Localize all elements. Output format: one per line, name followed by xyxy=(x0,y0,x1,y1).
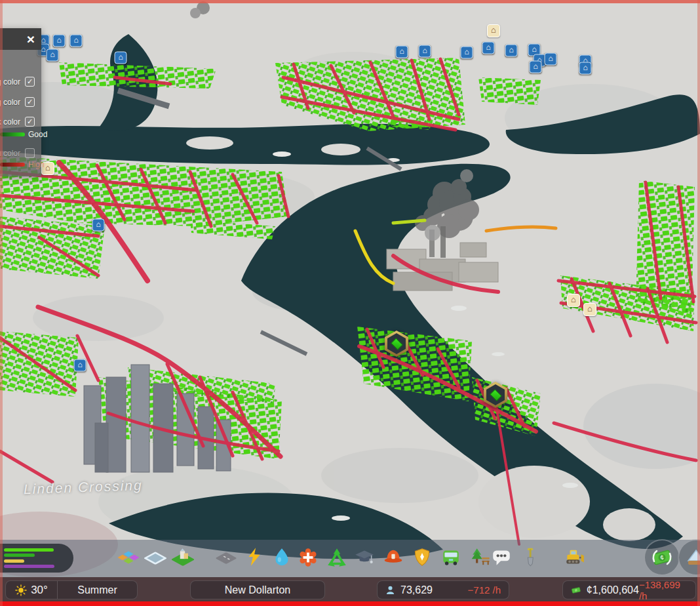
toolbar-item-landscaping[interactable] xyxy=(518,546,541,569)
signature-hex-inner xyxy=(387,333,406,354)
warehouse-notification-icon[interactable]: ⌂ xyxy=(567,294,580,307)
legend-option-row: g color ✓ xyxy=(0,77,35,87)
toolbar-item-fire-rescue[interactable] xyxy=(381,546,405,569)
legend-panel-header: × xyxy=(0,28,41,50)
house-notification-icon[interactable]: ⌂ xyxy=(461,47,473,59)
house-notification-icon[interactable]: ⌂ xyxy=(505,45,518,57)
checkbox-checked[interactable]: ✓ xyxy=(25,77,35,87)
toolbar-item-education[interactable] xyxy=(353,546,376,569)
city-name-pill[interactable]: New Dollarton xyxy=(190,580,325,599)
health-icon xyxy=(297,546,319,569)
demand-bar xyxy=(4,554,35,557)
toolbar-item-electricity[interactable] xyxy=(243,546,266,569)
house-notification-icon[interactable]: ⌂ xyxy=(70,35,83,47)
weather-segment[interactable]: 30° xyxy=(6,581,57,599)
toolbar-item-garbage[interactable] xyxy=(325,546,349,569)
park-tree-icon xyxy=(469,546,492,569)
checkbox-checked[interactable]: ✓ xyxy=(25,97,35,107)
population-icon xyxy=(385,585,395,596)
money-icon xyxy=(571,586,581,594)
demand-bar xyxy=(4,559,24,563)
house-notification-icon[interactable]: ⌂ xyxy=(92,219,105,232)
house-notification-icon[interactable]: ⌂ xyxy=(47,49,59,62)
signature-notification-icon[interactable] xyxy=(484,382,507,408)
signature-gem-icon xyxy=(490,389,502,401)
progression-icon xyxy=(683,544,700,571)
house-notification-icon[interactable]: ⌂ xyxy=(74,359,87,372)
season-segment[interactable]: Summer xyxy=(58,581,137,599)
bus-icon xyxy=(440,546,462,569)
bulldozer-icon xyxy=(564,546,586,569)
temperature-value: 30° xyxy=(31,584,48,597)
signature-gem-icon xyxy=(391,338,403,350)
house-notification-icon[interactable]: ⌂ xyxy=(53,35,66,47)
signature-hex-inner xyxy=(486,384,505,405)
good-scale-gradient xyxy=(0,132,25,136)
rci-demand-indicator[interactable] xyxy=(0,544,73,573)
main-toolbar: ¢ xyxy=(0,540,700,577)
toolbar-item-water-sewage[interactable] xyxy=(270,546,294,569)
toolbar-item-parks-recreation[interactable] xyxy=(469,546,492,569)
status-bar: 30° Summer New Dollarton 73,629 −712 /h xyxy=(0,577,700,602)
legend-scale-high: High xyxy=(0,160,45,169)
toolbar-item-transportation[interactable] xyxy=(439,546,463,569)
house-notification-icon[interactable]: ⌂ xyxy=(115,52,127,64)
legend-option-row: k color ✓ xyxy=(0,117,35,127)
house-notification-icon[interactable]: ⌂ xyxy=(530,61,542,73)
toolbar-item-communications[interactable] xyxy=(490,546,513,569)
city-name: New Dollarton xyxy=(225,584,290,596)
warehouse-notification-icon[interactable]: ⌂ xyxy=(487,24,500,37)
weather-season-pill[interactable]: 30° Summer xyxy=(5,580,138,599)
treasury-pill[interactable]: ¢1,600,604 −138,699 /h xyxy=(562,580,696,599)
population-pill[interactable]: 73,629 −712 /h xyxy=(377,580,509,599)
legend-option-label: g color xyxy=(0,98,20,107)
house-notification-icon[interactable]: ⌂ xyxy=(396,46,408,58)
fire-helmet-icon xyxy=(382,546,404,569)
legend-option-label: g color xyxy=(0,77,20,87)
demand-bar xyxy=(4,565,54,568)
close-icon[interactable]: × xyxy=(22,30,40,49)
infoview-legend-panel: × g color ✓ g color ✓ k color ✓ Good n c… xyxy=(0,28,41,176)
recycle-icon xyxy=(326,546,348,569)
house-notification-icon[interactable]: ⌂ xyxy=(545,53,557,66)
population-rate: −712 /h xyxy=(468,584,501,596)
toolbar-item-police[interactable] xyxy=(410,546,434,569)
roads-icon xyxy=(215,546,237,569)
toolbar-item-health-deathcare[interactable] xyxy=(296,546,320,569)
toolbar-item-signature-buildings[interactable] xyxy=(171,546,195,569)
warehouse-notification-icon[interactable]: ⌂ xyxy=(583,303,596,316)
areas-icon xyxy=(144,546,166,569)
chat-bubble-icon xyxy=(490,546,513,569)
checkbox-unchecked[interactable] xyxy=(25,148,35,158)
signature-notification-icon[interactable] xyxy=(385,331,408,357)
signature-buildings-icon xyxy=(172,546,194,569)
toolbar-item-progression[interactable] xyxy=(678,539,700,576)
high-scale-label: High xyxy=(28,160,45,169)
treasury-rate: −138,699 /h xyxy=(639,579,688,601)
game-viewport: Linden Crossing ⌂⌂⌂⌂⌂⌂⌂⌂⌂⌂⌂⌂⌂⌂⌂⌂⌂⌂⌂⌂⌂⌂⌂ … xyxy=(0,0,700,606)
shovel-icon xyxy=(518,546,541,569)
signature-hex-badge xyxy=(484,382,507,408)
toolbar-item-economy[interactable]: ¢ xyxy=(644,539,680,576)
season-label: Summer xyxy=(77,584,117,596)
legend-option-row: g color ✓ xyxy=(0,97,35,107)
legend-scale-good: Good xyxy=(0,130,47,139)
house-notification-icon[interactable]: ⌂ xyxy=(579,62,592,75)
toolbar-item-zones[interactable] xyxy=(117,546,140,569)
toolbar-item-bulldozer[interactable] xyxy=(563,546,587,569)
legend-option-row: n color xyxy=(0,148,35,158)
electricity-icon xyxy=(243,546,265,569)
zones-icon xyxy=(117,546,140,569)
population-value: 73,629 xyxy=(400,584,433,596)
economy-money-icon: ¢ xyxy=(649,544,675,571)
police-badge-icon xyxy=(411,546,433,569)
house-notification-icon[interactable]: ⌂ xyxy=(419,45,431,58)
toolbar-item-areas[interactable] xyxy=(144,546,167,569)
house-notification-icon[interactable]: ⌂ xyxy=(482,42,495,54)
checkbox-checked[interactable]: ✓ xyxy=(25,117,35,127)
good-scale-label: Good xyxy=(28,130,47,139)
toolbar-item-roads[interactable] xyxy=(214,546,238,569)
graduation-cap-icon xyxy=(353,546,376,569)
legend-option-label: k color xyxy=(0,117,20,127)
treasury-value: ¢1,600,604 xyxy=(587,584,639,596)
